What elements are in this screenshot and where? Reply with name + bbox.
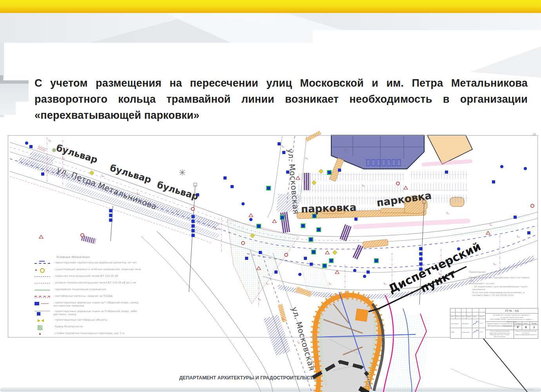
- slide-root: С учетом размещения на пересечении улиц …: [0, 0, 541, 392]
- legend-item: - проектируемые светофорные объекты: [34, 319, 166, 323]
- legend-item: - трамвайное пешеходное ограждение: [34, 288, 166, 292]
- section-lines: [47, 137, 500, 308]
- headline-line1: С учетом размещения на пересечении улиц …: [34, 75, 528, 91]
- note-line: (9 из них для инвалидов-колясочников), в: [472, 291, 532, 294]
- stamp-sheet: 8: [522, 325, 530, 330]
- warning-sign-icons: [39, 176, 490, 274]
- site-plan: бульвар бульвар бульвар ул. Петра Металь…: [8, 135, 541, 392]
- priority-sign-icons: [89, 169, 337, 254]
- parking-stalls-layer: [299, 160, 468, 216]
- dispatcher-line2: пункт: [418, 254, 483, 295]
- note-line: Общее количество парковочных мест состав…: [469, 276, 532, 282]
- footer-year: 2020: [303, 375, 314, 381]
- right-decor-wedge: [470, 46, 541, 78]
- legend-marker-dashed-red: [34, 281, 50, 285]
- label-parking-left: парковка: [301, 201, 357, 215]
- legend-marker-buffer: [34, 325, 50, 329]
- legend-marker-dashed-blue: [34, 261, 50, 265]
- legend-item: - существующие деревья и зелёные насажде…: [34, 268, 166, 272]
- label-street-moskovskaya-top: ул. Московская: [286, 148, 301, 215]
- green-tree-mark: [52, 148, 56, 152]
- sheet-border: [8, 136, 538, 338]
- stamp-info: 20 № - АД Устройство съезда и заездных к…: [486, 309, 538, 338]
- dispatcher-leader-line: [369, 267, 467, 312]
- legend-item: - охранная зона воздушной линии ВЛ 110-2…: [34, 275, 166, 279]
- note-line: машиномест, из них:: [469, 282, 532, 285]
- legend-item: - условно показанная воздушная линия ВЛ …: [34, 281, 166, 285]
- label-street-moskovskaya-bottom: ул. Московская: [290, 306, 317, 372]
- building-tan-small: [450, 197, 464, 207]
- stamp-bottom-desc: План перехватывающей парковки в границах…: [486, 330, 514, 338]
- title-block-stamp: Изм Кол.уч Лист №док Подп. Дата Составил…: [450, 308, 538, 339]
- stamp-object: Автомобильные дороги: [486, 322, 514, 330]
- sidewalk-orange-layer: [278, 131, 427, 322]
- traffic-signal-icons: [257, 171, 378, 268]
- legend-marker-signal: [34, 319, 50, 323]
- landscape-islands: [227, 214, 530, 304]
- building-slate: [331, 135, 424, 169]
- slide-headline: С учетом размещения на пересечении улиц …: [34, 75, 528, 123]
- legend-title: Условные обозначения: [56, 256, 166, 259]
- legend-item: - светофорные колонны, задание на ТСОДД: [34, 295, 166, 299]
- legend-marker-double-red: [34, 295, 50, 299]
- mandatory-sign-icons: [25, 142, 527, 278]
- label-boulevard-1: бульвар: [55, 143, 99, 165]
- stamp-signature-grid: Изм Кол.уч Лист №док Подп. Дата Составил…: [450, 309, 486, 338]
- label-street-petra-metalnikova: ул. Петра Метальникова: [55, 165, 158, 212]
- stamp-sheets: 1: [530, 325, 538, 330]
- band-white-overlay: [312, 30, 541, 43]
- footer-department: ДЕПАРТАМЕНТ АРХИТЕКТУРЫ И ГРАДОСТРОИТЕЛЬ…: [179, 375, 368, 381]
- roads-layer: [10, 136, 538, 392]
- header-gray-band: [0, 13, 541, 43]
- legend-item: - проектируемая горизонтальная дорожная …: [34, 261, 166, 265]
- note-line: соответствии с СП 59.13330.2012: [472, 294, 532, 297]
- label-dispatcher-point: Диспетчерский пункт: [386, 243, 483, 308]
- stamp-stage: Р: [514, 325, 522, 330]
- legend-item: - проектируемые дорожные знаки на П-обра…: [34, 310, 166, 316]
- note-title: Примечание:: [469, 270, 532, 274]
- note-block: Примечание: Общее количество парковочных…: [469, 270, 532, 297]
- sheet-number: 28: [532, 133, 536, 136]
- legend-marker-dashdot: [34, 275, 50, 279]
- legend-marker-sign-p: [34, 310, 50, 314]
- top-yellow-bar: [0, 0, 541, 13]
- road-sign-icons: [29, 142, 530, 274]
- buildings-layer: [331, 135, 472, 207]
- legend-block: Условные обозначения - проектируемая гор…: [34, 256, 166, 339]
- label-boulevard-2: бульвар: [109, 163, 152, 185]
- legend-item: - проектируемые дорожные знаки на Г-обра…: [34, 301, 166, 307]
- site-plan-drawing: [8, 135, 541, 392]
- note-line: – 18 машиномест для маломобильных групп …: [472, 285, 532, 291]
- prohibition-sign-icons: [81, 182, 534, 256]
- left-decor-shape: [0, 80, 29, 115]
- legend-item: - буфер безопасности: [34, 325, 166, 329]
- bottom-silver-band: [0, 387, 541, 392]
- headline-line3: «перехватывающей парковки»: [34, 107, 528, 123]
- annotation-ticks: [49, 139, 520, 367]
- legend-marker-green-line: [34, 288, 50, 292]
- stamp-code: 20 № - АД: [486, 309, 538, 314]
- legend-item: - стойки подсветки пешеходных переходов,…: [34, 332, 166, 336]
- stamp-organization: Проектно-изыскательский институт «Красно…: [514, 330, 538, 338]
- building-tan: [427, 135, 472, 164]
- red-hatch-mark: [37, 145, 47, 152]
- legend-marker-post: [34, 332, 50, 336]
- legend-marker-sign-g: [34, 301, 50, 305]
- signature-2: [472, 328, 479, 338]
- crosswalk-layer: [81, 173, 364, 260]
- sign-poles-layer: [109, 183, 426, 305]
- dispatcher-line1: Диспетчерский: [386, 243, 477, 296]
- signature-1: [472, 319, 479, 328]
- legend-marker-tree: [34, 268, 50, 272]
- label-parking-right: парковка: [376, 189, 432, 209]
- north-compass-icon: [179, 169, 185, 176]
- median-hatch-layer: [18, 151, 535, 356]
- label-boulevard-3: бульвар: [156, 180, 200, 202]
- drawing-sheet: [8, 136, 538, 338]
- headline-line2: разворотного кольца трамвайной линии воз…: [34, 91, 528, 107]
- highlight-streaks: [353, 159, 472, 229]
- stamp-description: Устройство съезда и заездных карманов с …: [486, 314, 538, 322]
